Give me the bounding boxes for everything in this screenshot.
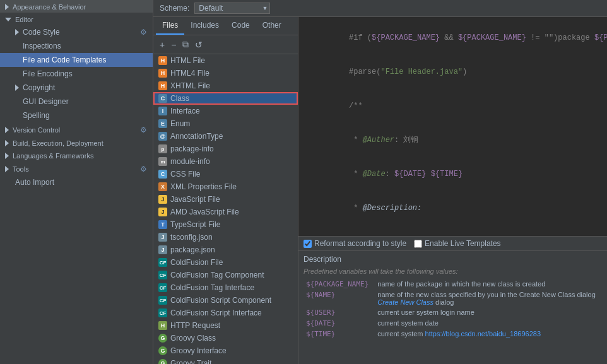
sidebar-item-file-encodings[interactable]: File Encodings (0, 67, 153, 81)
sidebar-item-build-exec[interactable]: Build, Execution, Deployment (0, 136, 153, 149)
file-item-package-info[interactable]: p package-info (153, 143, 298, 155)
sidebar-item-version-control[interactable]: Version Control ⚙ (0, 122, 153, 136)
split-pane: Files Includes Code Other + − ⧉ ↺ H HTML… (153, 17, 607, 364)
code-line-2: #parse("File Header.java") (304, 55, 602, 89)
file-item-cf-tag-interface[interactable]: CF ColdFusion Tag Interface (153, 281, 298, 294)
file-item-http-request[interactable]: H HTTP Request (153, 319, 298, 332)
remove-template-button[interactable]: − (168, 38, 179, 51)
main-content: Scheme: Default Files Includes Code Othe… (153, 0, 607, 364)
sidebar-item-gui-designer[interactable]: GUI Designer (0, 95, 153, 109)
sidebar-item-editor[interactable]: Editor (0, 13, 153, 25)
xml-icon: X (158, 182, 167, 191)
reset-template-button[interactable]: ↺ (192, 38, 205, 51)
settings-icon: ⚙ (139, 28, 148, 37)
settings-sidebar: Appearance & Behavior Editor Code Style … (0, 0, 153, 364)
enum-icon: E (158, 119, 167, 128)
tab-other[interactable]: Other (256, 17, 288, 35)
file-item-enum[interactable]: E Enum (153, 117, 298, 130)
file-item-groovy-trait[interactable]: G Groovy Trait (153, 357, 298, 364)
file-item-class[interactable]: C Class (153, 92, 298, 105)
desc-row-4: ${DATE} current system date (304, 318, 602, 329)
tabs-row: Files Includes Code Other (153, 17, 298, 35)
file-toolbar: + − ⧉ ↺ (153, 35, 298, 54)
sidebar-item-copyright[interactable]: Copyright (0, 81, 153, 95)
tab-code[interactable]: Code (225, 17, 256, 35)
sidebar-item-code-style[interactable]: Code Style ⚙ (0, 25, 153, 39)
file-item-tsconfig[interactable]: J tsconfig.json (153, 231, 298, 244)
package-icon: p (158, 144, 167, 153)
desc-row-5: ${TIME} current system https://blog.csdn… (304, 329, 602, 339)
sidebar-item-appearance[interactable]: Appearance & Behavior (0, 0, 153, 13)
sidebar-item-spelling[interactable]: Spelling (0, 109, 153, 122)
scheme-select[interactable]: Default (194, 3, 270, 14)
html-icon: H (158, 56, 167, 65)
ts-icon: T (158, 220, 167, 229)
description-note: Predefined variables will take the follo… (304, 267, 602, 275)
sidebar-item-languages[interactable]: Languages & Frameworks (0, 149, 153, 161)
scheme-label: Scheme: (160, 4, 189, 13)
file-item-package-json[interactable]: J package.json (153, 244, 298, 256)
reformat-checkbox[interactable] (304, 240, 312, 248)
tsconfig-icon: J (158, 233, 167, 242)
file-item-xml-properties[interactable]: X XML Properties File (153, 180, 298, 193)
module-icon: m (158, 157, 167, 166)
desc-row-1: ${PACKAGE_NAME} name of the package in w… (304, 279, 602, 290)
scheme-row: Scheme: Default (153, 0, 607, 17)
sidebar-item-file-code-templates[interactable]: File and Code Templates (0, 53, 153, 67)
tab-includes[interactable]: Includes (184, 17, 225, 35)
editor-panel: #if (${PACKAGE_NAME} && ${PACKAGE_NAME} … (298, 17, 607, 364)
annotation-icon: @ (158, 132, 167, 141)
settings-icon: ⚙ (139, 165, 148, 173)
expand-icon (5, 18, 11, 21)
file-item-javascript[interactable]: J JavaScript File (153, 193, 298, 206)
file-item-annotation[interactable]: @ AnnotationType (153, 130, 298, 143)
live-templates-checkbox[interactable] (414, 240, 422, 248)
desc-row-2: ${NAME} name of the new class specified … (304, 290, 602, 307)
file-panel: Files Includes Code Other + − ⧉ ↺ H HTML… (153, 17, 298, 364)
file-item-groovy-class[interactable]: G Groovy Class (153, 332, 298, 344)
add-template-button[interactable]: + (157, 38, 167, 51)
sidebar-item-auto-import[interactable]: Auto Import (0, 175, 153, 189)
http-icon: H (158, 321, 167, 330)
sidebar-item-inspections[interactable]: Inspections (0, 39, 153, 53)
settings-icon: ⚙ (139, 126, 148, 134)
reformat-checkbox-label[interactable]: Reformat according to style (304, 239, 406, 248)
file-item-module-info[interactable]: m module-info (153, 155, 298, 168)
scheme-select-wrap: Default (194, 3, 270, 14)
description-title: Description (304, 255, 602, 264)
package-json-icon: J (158, 245, 167, 254)
cf-script-iface-icon: CF (158, 308, 167, 317)
expand-icon (15, 29, 19, 35)
css-icon: C (158, 170, 167, 179)
copy-template-button[interactable]: ⧉ (180, 38, 191, 51)
expand-icon (5, 153, 9, 159)
interface-icon: I (158, 107, 167, 115)
file-item-interface[interactable]: I Interface (153, 105, 298, 117)
file-item-css[interactable]: C CSS File (153, 168, 298, 180)
code-line-4: * @Auther: 刘钢 (304, 123, 602, 157)
code-line-6: * @Description: (304, 191, 602, 225)
file-item-amd-javascript[interactable]: J AMD JavaScript File (153, 206, 298, 218)
file-item-html[interactable]: H HTML File (153, 54, 298, 67)
expand-icon (5, 4, 9, 10)
file-item-groovy-interface[interactable]: G Groovy Interface (153, 344, 298, 357)
html4-icon: H (158, 69, 167, 78)
file-list: H HTML File H HTML4 File H XHTML File C … (153, 54, 298, 364)
file-item-cf-tag-component[interactable]: CF ColdFusion Tag Component (153, 269, 298, 281)
tab-files[interactable]: Files (156, 17, 184, 35)
sidebar-item-tools[interactable]: Tools ⚙ (0, 161, 153, 175)
file-item-xhtml[interactable]: H XHTML File (153, 79, 298, 92)
file-item-typescript[interactable]: T TypeScript File (153, 218, 298, 231)
expand-icon (5, 166, 9, 172)
live-templates-checkbox-label[interactable]: Enable Live Templates (414, 239, 501, 248)
cf-tag-iface-icon: CF (158, 283, 167, 292)
js-icon: J (158, 195, 167, 204)
code-editor[interactable]: #if (${PACKAGE_NAME} && ${PACKAGE_NAME} … (298, 17, 607, 236)
file-item-cf-script-component[interactable]: CF ColdFusion Script Component (153, 294, 298, 307)
groovy-trait-icon: G (158, 359, 167, 364)
file-item-html4[interactable]: H HTML4 File (153, 67, 298, 79)
code-line-7: */ (304, 225, 602, 236)
file-item-cf-script-interface[interactable]: CF ColdFusion Script Interface (153, 307, 298, 319)
groovy-class-icon: G (158, 334, 167, 343)
file-item-coldfusion[interactable]: CF ColdFusion File (153, 256, 298, 269)
